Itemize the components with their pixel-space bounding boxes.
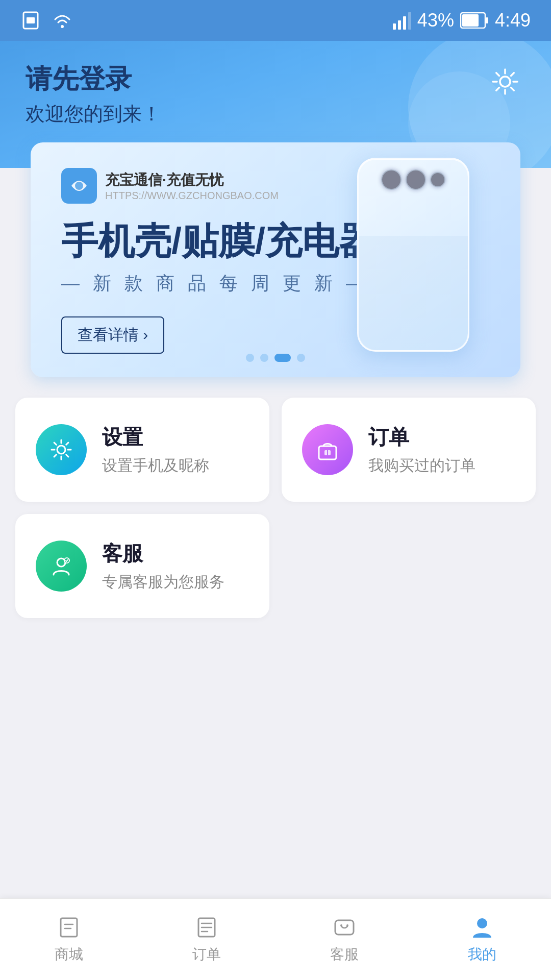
gear-icon — [490, 66, 520, 97]
nav-label-mine: 我的 — [468, 945, 496, 964]
brand-text: 充宝通信·充值无忧 HTTPS://WWW.GZCHONGBAO.COM — [105, 170, 279, 202]
svg-point-10 — [500, 77, 510, 87]
menu-row-2: 客服 专属客服为您服务 — [15, 514, 536, 618]
service-title: 客服 — [102, 540, 224, 568]
banner-dots — [246, 354, 305, 362]
dot-3 — [274, 354, 291, 362]
main-content: 设置 设置手机及昵称 订单 我购买过的订单 — [0, 377, 551, 651]
banner-phone-image — [357, 158, 500, 352]
settings-gear-icon — [48, 437, 74, 462]
orders-title: 订单 — [368, 423, 475, 451]
wifi-icon — [51, 10, 73, 31]
sim-icon — [20, 10, 41, 31]
shop-icon — [57, 915, 81, 940]
dot-4 — [297, 354, 305, 362]
brand-url: HTTPS://WWW.GZCHONGBAO.COM — [105, 190, 279, 202]
orders-desc: 我购买过的订单 — [368, 455, 475, 476]
service-card-text: 客服 专属客服为您服务 — [102, 540, 224, 593]
dot-2 — [260, 354, 268, 362]
service-desc: 专属客服为您服务 — [102, 572, 224, 593]
banner-card: 充宝通信·充值无忧 HTTPS://WWW.GZCHONGBAO.COM 手机壳… — [31, 142, 520, 377]
time-display: 4:49 — [495, 10, 531, 31]
nav-item-service[interactable]: 客服 — [315, 910, 374, 969]
battery-icon — [460, 12, 489, 29]
login-prompt[interactable]: 请先登录 — [26, 61, 161, 97]
banner-detail-button[interactable]: 查看详情 › — [61, 316, 164, 354]
svg-rect-3 — [393, 23, 396, 30]
service-card[interactable]: 客服 专属客服为您服务 — [15, 514, 269, 618]
header-title: 请先登录 欢迎您的到来！ — [26, 61, 161, 127]
status-right-info: 43% 4:49 — [393, 10, 531, 31]
svg-point-26 — [340, 924, 342, 926]
svg-rect-9 — [462, 14, 479, 27]
nav-service-icon — [332, 915, 357, 940]
brand-icon — [61, 168, 97, 204]
settings-button[interactable] — [485, 61, 525, 102]
svg-point-2 — [61, 25, 64, 28]
signal-icon — [393, 11, 411, 30]
nav-mine-icon — [470, 915, 494, 940]
svg-rect-8 — [486, 17, 488, 23]
nav-label-shop: 商城 — [55, 945, 83, 964]
svg-point-28 — [477, 918, 487, 928]
svg-rect-1 — [27, 17, 35, 23]
status-bar: 43% 4:49 — [0, 0, 551, 41]
battery-percent: 43% — [417, 10, 454, 31]
nav-item-orders[interactable]: 订单 — [177, 910, 236, 969]
service-card-icon — [36, 541, 87, 592]
svg-point-12 — [57, 446, 65, 454]
svg-point-27 — [346, 924, 348, 926]
svg-rect-4 — [398, 20, 401, 30]
welcome-text: 欢迎您的到来！ — [26, 101, 161, 127]
orders-card[interactable]: 订单 我购买过的订单 — [282, 398, 536, 502]
nav-item-mine[interactable]: 我的 — [453, 910, 512, 969]
menu-row-1: 设置 设置手机及昵称 订单 我购买过的订单 — [15, 398, 536, 502]
settings-desc: 设置手机及昵称 — [102, 455, 209, 476]
nav-item-shop[interactable]: 商城 — [39, 910, 98, 969]
nav-label-orders: 订单 — [192, 945, 221, 964]
svg-rect-18 — [61, 918, 77, 937]
service-agent-icon — [48, 553, 74, 579]
settings-card-text: 设置 设置手机及昵称 — [102, 423, 209, 476]
bottom-navigation: 商城 订单 客服 我的 — [0, 898, 551, 980]
settings-card-icon — [36, 424, 87, 475]
orders-card-text: 订单 我购买过的订单 — [368, 423, 475, 476]
svg-point-11 — [75, 182, 83, 190]
nav-label-service: 客服 — [330, 945, 359, 964]
settings-card[interactable]: 设置 设置手机及昵称 — [15, 398, 269, 502]
status-left-icons — [20, 10, 73, 31]
dot-1 — [246, 354, 254, 362]
orders-bag-icon — [315, 437, 340, 462]
orders-card-icon — [302, 424, 353, 475]
settings-title: 设置 — [102, 423, 209, 451]
nav-orders-icon — [194, 915, 219, 940]
svg-rect-6 — [408, 12, 411, 30]
svg-rect-5 — [403, 16, 406, 30]
brand-name: 充宝通信·充值无忧 — [105, 170, 279, 190]
